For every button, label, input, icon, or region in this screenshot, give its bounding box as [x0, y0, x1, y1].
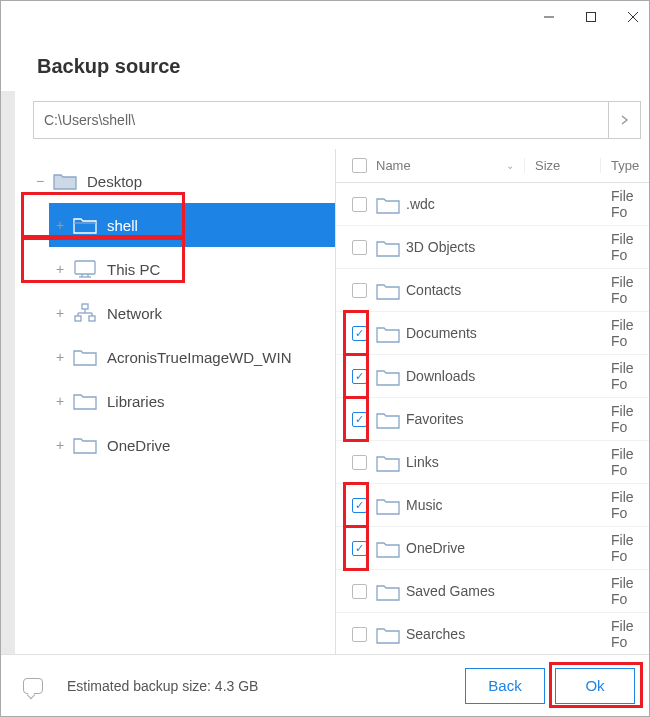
- file-checkbox[interactable]: [352, 541, 367, 556]
- file-checkbox[interactable]: [352, 627, 367, 642]
- path-bar[interactable]: [33, 101, 641, 139]
- folder-outline-icon: [73, 214, 101, 236]
- page-title: Backup source: [37, 55, 649, 78]
- file-list-header[interactable]: Name ⌄ Size Type: [336, 149, 649, 183]
- comment-icon[interactable]: [23, 678, 43, 694]
- file-type: File Fo: [601, 618, 649, 650]
- file-row[interactable]: ContactsFile Fo: [336, 269, 649, 312]
- file-name: Music: [406, 497, 443, 513]
- tree-label: Libraries: [107, 393, 165, 410]
- tree-item-desktop[interactable]: − Desktop: [29, 159, 335, 203]
- file-row[interactable]: DocumentsFile Fo: [336, 312, 649, 355]
- expand-toggle[interactable]: +: [53, 217, 67, 233]
- folder-icon: [376, 582, 398, 600]
- network-icon: [73, 302, 101, 324]
- tree-label: Desktop: [87, 173, 142, 190]
- file-type: File Fo: [601, 231, 649, 263]
- file-row[interactable]: LinksFile Fo: [336, 441, 649, 484]
- column-size[interactable]: Size: [525, 158, 601, 173]
- file-row[interactable]: MusicFile Fo: [336, 484, 649, 527]
- file-name: Searches: [406, 626, 465, 642]
- folder-icon: [53, 170, 81, 192]
- column-name-label: Name: [376, 158, 411, 173]
- ok-button[interactable]: Ok: [555, 668, 635, 704]
- folder-icon: [376, 324, 398, 342]
- folder-icon: [376, 367, 398, 385]
- folder-icon: [376, 410, 398, 428]
- tree-item-onedrive[interactable]: +OneDrive: [49, 423, 335, 467]
- file-row[interactable]: FavoritesFile Fo: [336, 398, 649, 441]
- tree-item-this-pc[interactable]: +This PC: [49, 247, 335, 291]
- close-button[interactable]: [625, 9, 641, 25]
- file-name: Favorites: [406, 411, 464, 427]
- file-type: File Fo: [601, 489, 649, 521]
- folder-icon: [376, 496, 398, 514]
- path-go-button[interactable]: [608, 102, 640, 138]
- expand-toggle[interactable]: +: [53, 349, 67, 365]
- file-row[interactable]: Saved GamesFile Fo: [336, 570, 649, 613]
- file-checkbox[interactable]: [352, 584, 367, 599]
- file-checkbox[interactable]: [352, 197, 367, 212]
- minimize-button[interactable]: [541, 9, 557, 25]
- file-checkbox[interactable]: [352, 283, 367, 298]
- folder-icon: [376, 195, 398, 213]
- file-checkbox[interactable]: [352, 498, 367, 513]
- folder-tree[interactable]: − Desktop +shell+This PC+Network+Acronis…: [15, 149, 335, 654]
- folder-icon: [376, 625, 398, 643]
- file-type: File Fo: [601, 575, 649, 607]
- column-name[interactable]: Name ⌄: [376, 158, 525, 173]
- file-name: Saved Games: [406, 583, 495, 599]
- file-type: File Fo: [601, 274, 649, 306]
- file-row[interactable]: DownloadsFile Fo: [336, 355, 649, 398]
- expand-toggle[interactable]: +: [53, 305, 67, 321]
- file-checkbox[interactable]: [352, 240, 367, 255]
- file-name: OneDrive: [406, 540, 465, 556]
- window-controls: [1, 1, 649, 29]
- file-checkbox[interactable]: [352, 369, 367, 384]
- select-all-checkbox[interactable]: [352, 158, 367, 173]
- expand-toggle[interactable]: +: [53, 437, 67, 453]
- expand-toggle[interactable]: +: [53, 393, 67, 409]
- file-name: Links: [406, 454, 439, 470]
- left-stripe: [1, 91, 15, 654]
- folder-icon: [73, 346, 101, 368]
- svg-rect-10: [75, 316, 81, 321]
- file-row[interactable]: .wdcFile Fo: [336, 183, 649, 226]
- expand-toggle[interactable]: −: [33, 173, 47, 189]
- svg-rect-9: [82, 304, 88, 309]
- file-checkbox[interactable]: [352, 412, 367, 427]
- file-type: File Fo: [601, 403, 649, 435]
- file-row[interactable]: 3D ObjectsFile Fo: [336, 226, 649, 269]
- tree-item-network[interactable]: +Network: [49, 291, 335, 335]
- file-checkbox[interactable]: [352, 455, 367, 470]
- folder-icon: [376, 453, 398, 471]
- svg-rect-1: [587, 13, 596, 22]
- folder-icon: [376, 539, 398, 557]
- file-name: 3D Objects: [406, 239, 475, 255]
- tree-label: OneDrive: [107, 437, 170, 454]
- folder-icon: [73, 390, 101, 412]
- folder-icon: [376, 281, 398, 299]
- file-type: File Fo: [601, 360, 649, 392]
- svg-rect-11: [89, 316, 95, 321]
- path-input[interactable]: [34, 112, 608, 128]
- monitor-icon: [73, 258, 101, 280]
- folder-icon: [376, 238, 398, 256]
- tree-item-libraries[interactable]: +Libraries: [49, 379, 335, 423]
- file-row[interactable]: OneDriveFile Fo: [336, 527, 649, 570]
- tree-label: AcronisTrueImageWD_WIN: [107, 349, 291, 366]
- file-list[interactable]: Name ⌄ Size Type .wdcFile Fo3D ObjectsFi…: [335, 149, 649, 654]
- file-type: File Fo: [601, 446, 649, 478]
- back-button[interactable]: Back: [465, 668, 545, 704]
- footer: Estimated backup size: 4.3 GB Back Ok: [1, 654, 649, 716]
- file-checkbox[interactable]: [352, 326, 367, 341]
- expand-toggle[interactable]: +: [53, 261, 67, 277]
- file-type: File Fo: [601, 317, 649, 349]
- column-type[interactable]: Type: [601, 158, 649, 173]
- tree-label: This PC: [107, 261, 160, 278]
- maximize-button[interactable]: [583, 9, 599, 25]
- file-row[interactable]: SearchesFile Fo: [336, 613, 649, 654]
- tree-item-acronistrueimagewd_win[interactable]: +AcronisTrueImageWD_WIN: [49, 335, 335, 379]
- tree-item-shell[interactable]: +shell: [49, 203, 335, 247]
- file-name: Downloads: [406, 368, 475, 384]
